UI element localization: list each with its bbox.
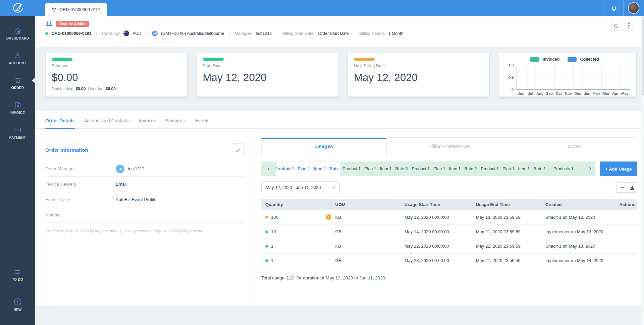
rate-tabs-next-button[interactable] [585,161,595,176]
outstanding-value: $0.00 [75,86,86,91]
order-header: 11 Require Action ORD-01000069-0191 | Cu… [35,16,644,47]
order-info-row-number: Number [45,207,245,223]
usage-row: 1 GB May 23, 2020 00:00:00 May 27, 2020 … [261,253,637,268]
usage-row: 100 !KB May 12, 2020 00:00:00 May 13, 20… [261,210,637,224]
chart-x-axis: JunJul AugSep OctNov DecJan FebMar AprMa… [517,91,630,95]
sidebar-item-todo[interactable]: TO DO [0,265,35,290]
actions-cell [613,253,637,268]
date-range-dropdown[interactable]: May 12, 2020 - Jun 11, 2020 [261,181,340,193]
rate-tab-rate2[interactable]: Product 1 - Plan 1 - Item 1 - Rate 2 [410,161,479,176]
chevron-right-icon [588,166,592,172]
usage-tab-group: Usages Billing Preferences Notes [261,137,637,154]
updated-by-text: Last Updated on May 14, 2020 by Implemen… [124,229,205,233]
billing-start-label: Billing Start Date: [282,31,315,36]
currency-label: Currency: [102,31,120,36]
order-info-audit-footer: Created on May 12, 2020 by Implementer |… [45,229,245,233]
kebab-icon [628,23,630,29]
sidebar-item-account[interactable]: ACCOUNT [0,49,35,74]
refresh-icon [613,23,619,28]
list-view-icon [619,185,625,190]
legend-swatch-collected[interactable] [568,57,577,62]
rate-tabs-prev-button[interactable] [261,161,276,176]
list-view-button[interactable] [616,182,627,193]
avatar[interactable] [628,2,639,14]
rate-tab-truncated[interactable]: Products 1 - [548,161,585,176]
currency-code: AUD [132,31,141,36]
quantity-value: 10 [271,229,276,234]
tab-payments[interactable]: Payments [165,118,186,129]
tab-billing-preferences[interactable]: Billing Preferences [387,138,512,154]
manager-label: Manager: [235,31,253,36]
tab-order-details[interactable]: Order Details [45,118,75,129]
billing-period-value: 1 Month [388,31,404,36]
chart-plot-area [517,65,630,90]
notification-bell[interactable] [604,0,624,16]
usage-row: 10 GB May 14, 2020 00:00:00 May 21, 2020… [261,224,637,239]
more-options-button[interactable] [624,21,634,31]
tab-invoices[interactable]: Invoices [139,118,156,129]
start-date-card: Start Date May 12, 2020 [197,53,339,97]
warning-icon[interactable]: ! [326,214,331,220]
edit-order-info-button[interactable] [232,143,245,156]
view-toggle-group [616,182,637,193]
order-tab[interactable]: ORD-01000069-0191 × [45,3,107,16]
scrollbar[interactable] [641,16,644,325]
status-badge: Require Action [56,21,89,27]
manager-name: test1212 [256,31,272,36]
created-value: Implementer on May 14, 2020 [541,253,613,268]
card-label: Next Billing Date [354,64,483,68]
legend-swatch-invoiced[interactable] [530,57,539,62]
tab-account-contacts[interactable]: Account and Contacts [84,118,130,129]
legend-label-invoiced[interactable]: Invoiced [543,57,560,62]
usage-table: Quantity UOM Usage Start Time Usage End … [261,199,637,268]
cart-icon [14,76,22,84]
y-tick: 1.0 [503,63,514,67]
quantity-value: 100 [271,215,278,220]
usages-section: Usages Billing Preferences Notes Product… [251,129,644,306]
sidebar-item-invoice[interactable]: INVOICE [0,99,35,123]
revenue-sub: Outstanding: $0.00 Overdue: $0.00 [52,86,181,91]
refresh-button[interactable] [611,21,621,31]
order-status-dot [45,32,48,35]
sidebar-item-payment[interactable]: PAYMENT [0,123,35,148]
bell-icon [610,5,618,12]
chart-legend: Invoiced Collected [502,56,632,63]
app-logo[interactable] [0,0,35,16]
rate-tab-rate1[interactable]: Product 1 - Plan 1 - Item 1 - Rate 1 [479,161,548,176]
col-created: Created [541,199,613,210]
australia-flag-icon [123,30,129,36]
row-label: Number [45,212,116,217]
actions-cell [613,224,637,239]
tab-usages[interactable]: Usages [262,138,387,154]
summary-cards: Revenue $0.00 Outstanding: $0.00 Overdue… [45,53,637,97]
cart-icon [51,7,57,12]
billing-start-value: Order Start Date [318,31,349,36]
order-tab-label: ORD-01000069-0191 [59,7,101,12]
billing-period-label: Billing Period: [359,31,385,36]
chart-view-button[interactable] [627,182,637,193]
user-icon [14,52,22,60]
tab-notes[interactable]: Notes [512,138,637,154]
sidebar: DASHBOARD ACCOUNT ORDER INVOICE PAYMENT [0,16,35,325]
tab-events[interactable]: Events [195,118,210,129]
add-usage-button[interactable]: + Add Usage [600,161,637,176]
active-notch [32,77,35,83]
col-usage-start: Usage Start Time [400,199,472,210]
card-accent-bar [354,58,375,61]
card-label: Start Date [203,64,332,68]
pencil-icon [235,147,241,153]
col-actions: Actions [613,199,637,210]
rate-tab-rate3[interactable]: Product 1 - Plan 1 - Item 1 - Rate 3 [341,161,410,176]
scrollbar-thumb[interactable] [642,17,644,95]
revenue-value: $0.00 [52,72,181,84]
sidebar-item-new[interactable]: NEW [0,295,35,320]
close-icon[interactable]: × [102,3,104,8]
rate-tab-rate4[interactable]: Product 1 - Plan 1 - Item 1 - Rate 4 [276,161,341,176]
status-dot [265,231,268,233]
sidebar-item-dashboard[interactable]: DASHBOARD [0,24,35,49]
quantity-value: 1 [271,244,273,249]
legend-label-collected[interactable]: Collected [580,57,599,62]
sidebar-item-order[interactable]: ORDER [0,74,35,99]
row-label: Event Profile [45,197,116,202]
next-billing-card: Next Billing Date May 12, 2020 [347,53,490,97]
